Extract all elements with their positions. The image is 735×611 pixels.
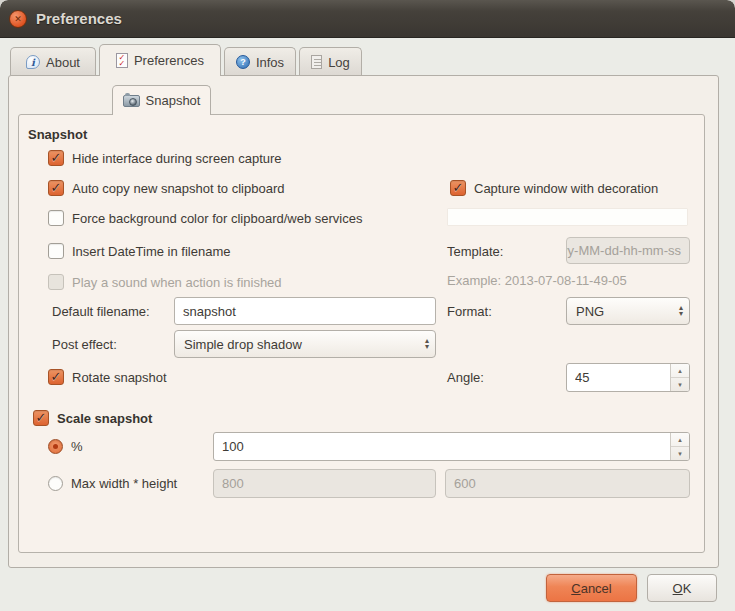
checkbox-icon — [48, 274, 64, 290]
checkbox-label: Play a sound when action is finished — [72, 275, 282, 290]
cancel-button-label: Cancel — [571, 581, 611, 596]
checkbox-scale-snapshot[interactable]: ✓ Scale snapshot — [33, 410, 152, 426]
info-bubble-icon: i — [26, 55, 40, 69]
combo-arrows-icon: ▴▾ — [425, 338, 429, 350]
camera-icon — [123, 95, 140, 107]
default-filename-field[interactable] — [174, 297, 436, 325]
help-icon: ? — [236, 55, 250, 69]
checkbox-auto-copy[interactable]: ✓ Auto copy new snapshot to clipboard — [48, 180, 284, 196]
spin-buttons: ▴ ▾ — [670, 364, 689, 391]
percent-increment-button[interactable]: ▴ — [671, 433, 689, 446]
checkbox-label: Scale snapshot — [57, 411, 152, 426]
post-effect-combo[interactable]: Simple drop shadow ▴▾ — [174, 330, 436, 358]
max-height-field — [445, 469, 690, 498]
checkbox-rotate-snapshot[interactable]: ✓ Rotate snapshot — [48, 369, 167, 385]
radio-label: Max width * height — [71, 476, 177, 491]
checkbox-icon: ✓ — [48, 369, 64, 385]
example-text: Example: 2013-07-08-11-49-05 — [447, 273, 627, 288]
max-width-input — [214, 476, 435, 491]
checklist-icon: ✓✓ — [116, 53, 128, 68]
format-value: PNG — [576, 304, 679, 319]
template-label: Template: — [447, 244, 503, 259]
max-height-input — [446, 476, 689, 491]
checkbox-icon: ✓ — [450, 180, 466, 196]
post-effect-label: Post effect: — [52, 337, 117, 352]
checkbox-label: Hide interface during screen capture — [72, 151, 282, 166]
percent-spinbox[interactable]: ▴ ▾ — [213, 432, 690, 461]
checkbox-hide-interface[interactable]: ✓ Hide interface during screen capture — [48, 150, 282, 166]
checkbox-icon — [48, 243, 64, 259]
angle-label: Angle: — [447, 370, 484, 385]
radio-max-width-height[interactable]: Max width * height — [48, 476, 177, 491]
cancel-button[interactable]: Cancel — [546, 574, 637, 602]
default-filename-label: Default filename: — [52, 304, 150, 319]
tab-infos[interactable]: ? Infos — [224, 47, 296, 76]
ok-button[interactable]: OK — [647, 574, 717, 602]
log-icon — [311, 55, 322, 69]
tab-label: Preferences — [134, 53, 204, 68]
checkbox-icon: ✓ — [33, 410, 49, 426]
percent-decrement-button[interactable]: ▾ — [671, 446, 689, 460]
window-title: Preferences — [36, 0, 122, 38]
tab-label: Log — [328, 55, 350, 70]
checkbox-label: Insert DateTime in filename — [72, 244, 230, 259]
preferences-window: ✕ Preferences i About ✓✓ Preferences ? I… — [0, 0, 735, 611]
checkbox-icon: ✓ — [48, 150, 64, 166]
checkbox-label: Auto copy new snapshot to clipboard — [72, 181, 284, 196]
angle-spinbox[interactable]: ▴ ▾ — [566, 363, 690, 392]
angle-decrement-button[interactable]: ▾ — [671, 377, 689, 391]
tab-about[interactable]: i About — [10, 47, 96, 76]
default-filename-input[interactable] — [175, 304, 435, 319]
snapshot-section-header: Snapshot — [28, 127, 87, 142]
close-button[interactable]: ✕ — [9, 10, 27, 28]
angle-input[interactable] — [567, 364, 670, 391]
format-combo[interactable]: PNG ▴▾ — [566, 297, 690, 325]
tab-preferences[interactable]: ✓✓ Preferences — [99, 44, 221, 76]
radio-icon — [48, 439, 63, 454]
post-effect-value: Simple drop shadow — [184, 337, 425, 352]
checkbox-label: Rotate snapshot — [72, 370, 167, 385]
format-label: Format: — [447, 304, 492, 319]
checkbox-label: Capture window with decoration — [474, 181, 658, 196]
max-width-field — [213, 469, 436, 498]
checkbox-capture-decoration[interactable]: ✓ Capture window with decoration — [450, 180, 658, 196]
tab-label: Snapshot — [146, 93, 201, 108]
checkbox-icon — [48, 210, 64, 226]
ok-button-label: OK — [673, 581, 692, 596]
radio-icon — [48, 476, 63, 491]
percent-input[interactable] — [214, 433, 670, 460]
tab-snapshot[interactable]: Snapshot — [112, 85, 211, 115]
tab-log[interactable]: Log — [299, 47, 362, 76]
angle-increment-button[interactable]: ▴ — [671, 364, 689, 377]
tab-label: About — [46, 55, 80, 70]
checkbox-play-sound: Play a sound when action is finished — [48, 274, 282, 290]
close-icon: ✕ — [14, 15, 22, 24]
checkbox-icon: ✓ — [48, 180, 64, 196]
radio-percent[interactable]: % — [48, 439, 83, 454]
titlebar[interactable]: ✕ Preferences — [0, 0, 735, 38]
checkbox-insert-datetime[interactable]: Insert DateTime in filename — [48, 243, 230, 259]
tab-label: Infos — [256, 55, 284, 70]
checkbox-label: Force background color for clipboard/web… — [72, 211, 362, 226]
radio-label: % — [71, 439, 83, 454]
spin-buttons: ▴ ▾ — [670, 433, 689, 460]
checkbox-force-background-color[interactable]: Force background color for clipboard/web… — [48, 210, 362, 226]
combo-arrows-icon: ▴▾ — [679, 305, 683, 317]
template-value: yyyy-MM-dd-hh-mm-ss — [567, 243, 689, 258]
background-color-swatch[interactable] — [447, 208, 688, 226]
template-field: yyyy-MM-dd-hh-mm-ss — [566, 237, 690, 264]
